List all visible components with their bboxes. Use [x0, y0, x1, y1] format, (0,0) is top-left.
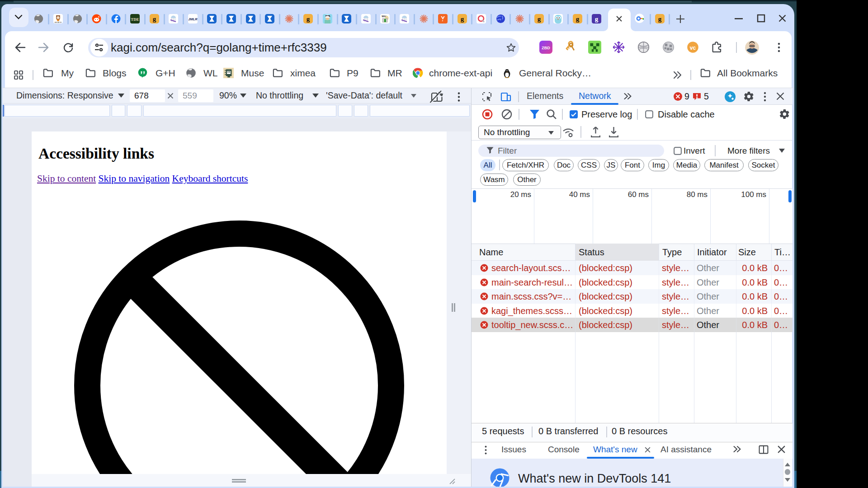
svg-text:vc: vc: [690, 45, 696, 51]
svg-text:g: g: [153, 15, 156, 23]
svg-text:g: g: [595, 15, 599, 23]
svg-text:MEDIATOR: MEDIATOR: [55, 22, 62, 23]
svg-text:g: g: [307, 15, 310, 23]
svg-text:TDE: TDE: [131, 17, 139, 22]
svg-text:JMLR: JMLR: [188, 17, 198, 21]
svg-text:g: g: [658, 15, 662, 23]
svg-text:g: g: [538, 15, 541, 23]
svg-text:g: g: [576, 15, 580, 23]
svg-text:g: g: [461, 15, 464, 23]
svg-text:ZBD: ZBD: [542, 46, 550, 50]
